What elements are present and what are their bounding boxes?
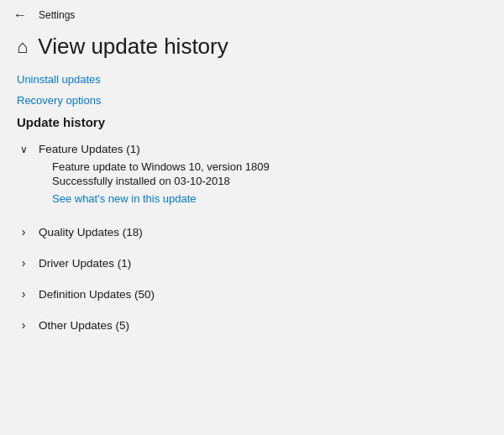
quality-chevron-icon: ›	[17, 225, 30, 238]
home-icon: ⌂	[17, 36, 28, 58]
feature-updates-group: ∨ Feature Updates (1) Feature update to …	[17, 138, 487, 212]
page-content: ⌂ View update history Uninstall updates …	[0, 30, 504, 435]
divider-4	[17, 311, 487, 312]
feature-updates-label: Feature Updates (1)	[39, 143, 140, 155]
update-history-title: Update history	[17, 115, 487, 129]
quality-updates-header[interactable]: › Quality Updates (18)	[17, 220, 487, 244]
driver-updates-group: › Driver Updates (1)	[17, 251, 487, 275]
divider-2	[17, 249, 487, 249]
driver-chevron-icon: ›	[17, 256, 30, 270]
feature-update-link[interactable]: See what's new in this update	[52, 192, 197, 205]
divider-1	[17, 218, 487, 218]
feature-update-status: Successfully installed on 03-10-2018	[52, 175, 487, 187]
quality-updates-label: Quality Updates (18)	[39, 226, 143, 238]
page-header: ⌂ View update history	[17, 34, 487, 60]
driver-updates-header[interactable]: › Driver Updates (1)	[17, 251, 487, 275]
title-bar-text: Settings	[39, 9, 75, 21]
recovery-options-link[interactable]: Recovery options	[17, 94, 487, 107]
quality-updates-group: › Quality Updates (18)	[17, 220, 487, 244]
feature-updates-header[interactable]: ∨ Feature Updates (1)	[17, 138, 487, 160]
other-updates-group: › Other Updates (5)	[17, 313, 487, 337]
definition-updates-header[interactable]: › Definition Updates (50)	[17, 282, 487, 306]
definition-updates-group: › Definition Updates (50)	[17, 282, 487, 306]
feature-updates-content: Feature update to Windows 10, version 18…	[17, 160, 487, 212]
feature-chevron-icon: ∨	[17, 144, 30, 155]
driver-updates-label: Driver Updates (1)	[39, 257, 131, 270]
definition-updates-label: Definition Updates (50)	[39, 288, 155, 301]
divider-3	[17, 280, 487, 280]
other-updates-header[interactable]: › Other Updates (5)	[17, 313, 487, 337]
other-chevron-icon: ›	[17, 318, 30, 332]
uninstall-updates-link[interactable]: Uninstall updates	[17, 73, 487, 86]
other-updates-label: Other Updates (5)	[39, 319, 129, 332]
back-arrow-icon: ←	[13, 8, 27, 22]
definition-chevron-icon: ›	[17, 287, 30, 301]
feature-update-name: Feature update to Windows 10, version 18…	[52, 160, 487, 173]
title-bar: ← Settings	[0, 0, 504, 30]
back-button[interactable]: ←	[10, 5, 30, 25]
page-title: View update history	[38, 34, 228, 60]
settings-window: ← Settings ⌂ View update history Uninsta…	[0, 0, 504, 435]
